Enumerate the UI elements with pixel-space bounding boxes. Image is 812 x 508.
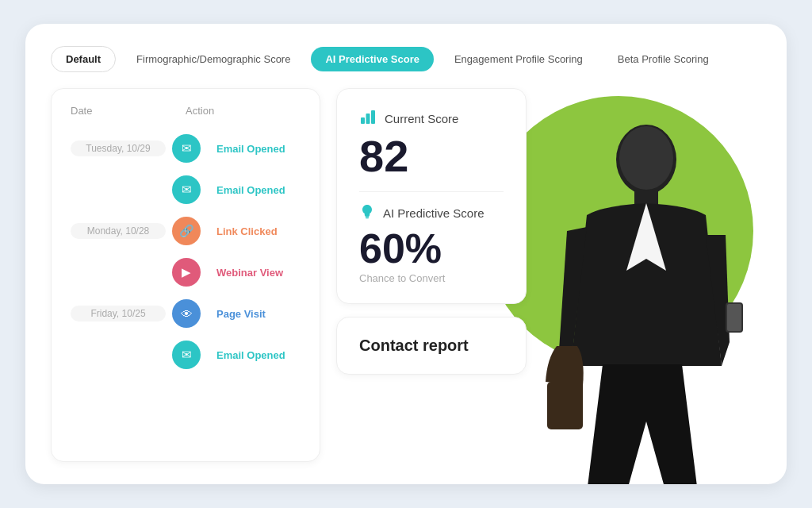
webinar-icon: ▶ — [172, 258, 201, 287]
tab-default[interactable]: Default — [51, 46, 116, 72]
table-row: ✉ Email Opened — [71, 171, 301, 209]
current-score-value: 82 — [359, 134, 504, 179]
date-column-header: Date — [71, 105, 186, 117]
svg-point-1 — [619, 126, 673, 190]
action-label: Page Visit — [216, 308, 301, 320]
svg-rect-10 — [371, 110, 375, 124]
activity-rows: Tuesday, 10/29 ✉ Email Opened ✉ Email Op… — [71, 129, 301, 374]
activity-panel: Date Action Tuesday, 10/29 ✉ Email Opene… — [51, 88, 320, 462]
date-badge: Tuesday, 10/29 — [71, 140, 166, 156]
action-label: Webinar View — [216, 267, 301, 279]
svg-rect-5 — [547, 382, 583, 429]
page-icon: 👁 — [172, 299, 201, 328]
svg-rect-4 — [727, 304, 741, 331]
email-icon: ✉ — [172, 134, 201, 163]
tab-beta[interactable]: Beta Profile Scoring — [603, 47, 723, 71]
action-column-header: Action — [186, 105, 301, 117]
tab-firmographic[interactable]: Firmographic/Demographic Score — [122, 47, 304, 71]
current-score-label: Current Score — [385, 112, 458, 125]
action-label: Email Opened — [216, 349, 301, 361]
predictive-score-value: 60% — [359, 228, 504, 269]
tabs-bar: Default Firmographic/Demographic Score A… — [51, 46, 761, 72]
main-card: Default Firmographic/Demographic Score A… — [25, 24, 787, 484]
bar-chart-icon — [359, 108, 377, 129]
current-score-row: Current Score — [359, 108, 504, 129]
tab-engagement[interactable]: Engagement Profile Scoring — [440, 47, 597, 71]
table-row: ✉ Email Opened — [71, 336, 301, 374]
predictive-score-row: AI Predictive Score — [359, 203, 504, 223]
score-card: Current Score 82 AI Predictive Score — [336, 88, 527, 304]
date-badge: Friday, 10/25 — [71, 306, 166, 321]
link-icon: 🔗 — [172, 217, 201, 245]
email-icon: ✉ — [172, 341, 201, 369]
contact-report-title: Contact report — [359, 337, 469, 354]
svg-rect-9 — [366, 114, 370, 124]
table-row: Tuesday, 10/29 ✉ Email Opened — [71, 129, 301, 167]
svg-rect-8 — [361, 117, 365, 124]
table-row: Friday, 10/25 👁 Page Visit — [71, 294, 301, 333]
action-label: Link Clicked — [216, 225, 301, 237]
predictive-score-label: AI Predictive Score — [383, 206, 485, 220]
divider — [359, 191, 504, 192]
svg-rect-12 — [366, 217, 369, 218]
action-label: Email Opened — [216, 143, 301, 155]
chance-to-convert-label: Chance to Convert — [359, 272, 504, 284]
action-label: Email Opened — [216, 184, 301, 196]
email-icon: ✉ — [172, 175, 201, 204]
main-container: Default Firmographic/Demographic Score A… — [0, 0, 812, 508]
tab-ai-predictive[interactable]: AI Predictive Score — [311, 47, 434, 71]
contact-report-card[interactable]: Contact report — [336, 317, 527, 375]
person-silhouette — [523, 112, 761, 484]
right-side: Current Score 82 AI Predictive Score — [336, 88, 761, 462]
svg-rect-11 — [366, 216, 370, 217]
lightbulb-icon — [359, 203, 375, 223]
content-area: Date Action Tuesday, 10/29 ✉ Email Opene… — [51, 88, 761, 462]
date-badge: Monday, 10/28 — [71, 223, 166, 239]
table-row: Monday, 10/28 🔗 Link Clicked — [71, 212, 301, 250]
table-row: ▶ Webinar View — [71, 253, 301, 291]
activity-header: Date Action — [71, 105, 301, 117]
